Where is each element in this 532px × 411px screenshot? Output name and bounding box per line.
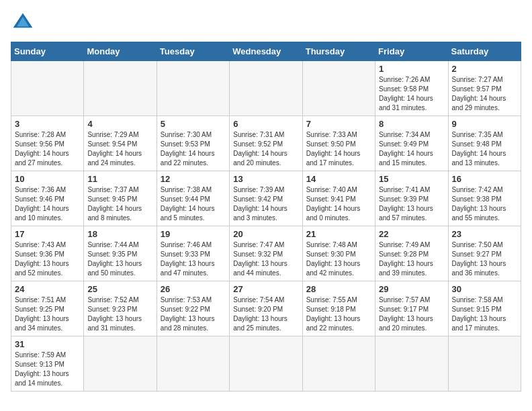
- day-number: 29: [379, 284, 444, 294]
- calendar-cell: 12Sunrise: 7:38 AM Sunset: 9:44 PM Dayli…: [157, 171, 229, 226]
- calendar-cell: 30Sunrise: 7:58 AM Sunset: 9:15 PM Dayli…: [448, 281, 521, 336]
- calendar-cell: [375, 336, 448, 392]
- day-info: Sunrise: 7:26 AM Sunset: 9:58 PM Dayligh…: [379, 75, 444, 113]
- calendar-cell: 2Sunrise: 7:27 AM Sunset: 9:57 PM Daylig…: [448, 61, 521, 116]
- calendar-cell: 15Sunrise: 7:41 AM Sunset: 9:39 PM Dayli…: [375, 171, 448, 226]
- calendar-cell: [230, 61, 302, 116]
- day-info: Sunrise: 7:29 AM Sunset: 9:54 PM Dayligh…: [87, 130, 152, 168]
- day-info: Sunrise: 7:48 AM Sunset: 9:30 PM Dayligh…: [306, 240, 371, 278]
- day-info: Sunrise: 7:46 AM Sunset: 9:33 PM Dayligh…: [161, 240, 226, 278]
- calendar-cell: 5Sunrise: 7:30 AM Sunset: 9:53 PM Daylig…: [157, 116, 229, 171]
- calendar-cell: 3Sunrise: 7:28 AM Sunset: 9:56 PM Daylig…: [11, 116, 84, 171]
- calendar-cell: 18Sunrise: 7:44 AM Sunset: 9:35 PM Dayli…: [84, 226, 157, 281]
- calendar-cell: 11Sunrise: 7:37 AM Sunset: 9:45 PM Dayli…: [84, 171, 157, 226]
- day-info: Sunrise: 7:58 AM Sunset: 9:15 PM Dayligh…: [452, 295, 517, 333]
- day-info: Sunrise: 7:37 AM Sunset: 9:45 PM Dayligh…: [87, 185, 152, 223]
- day-number: 19: [161, 229, 226, 239]
- weekday-header: Tuesday: [157, 42, 229, 61]
- day-info: Sunrise: 7:47 AM Sunset: 9:32 PM Dayligh…: [233, 240, 298, 278]
- day-info: Sunrise: 7:49 AM Sunset: 9:28 PM Dayligh…: [379, 240, 444, 278]
- calendar-week-row: 24Sunrise: 7:51 AM Sunset: 9:25 PM Dayli…: [11, 281, 521, 336]
- calendar-week-row: 3Sunrise: 7:28 AM Sunset: 9:56 PM Daylig…: [11, 116, 521, 171]
- day-number: 11: [87, 174, 152, 184]
- day-info: Sunrise: 7:39 AM Sunset: 9:42 PM Dayligh…: [233, 185, 298, 223]
- calendar-cell: [157, 336, 229, 392]
- day-info: Sunrise: 7:42 AM Sunset: 9:38 PM Dayligh…: [452, 185, 517, 223]
- day-info: Sunrise: 7:40 AM Sunset: 9:41 PM Dayligh…: [306, 185, 371, 223]
- calendar-cell: [11, 61, 84, 116]
- calendar-cell: 14Sunrise: 7:40 AM Sunset: 9:41 PM Dayli…: [302, 171, 375, 226]
- day-info: Sunrise: 7:54 AM Sunset: 9:20 PM Dayligh…: [233, 295, 298, 333]
- day-number: 21: [306, 229, 371, 239]
- weekday-header: Monday: [84, 42, 157, 61]
- day-info: Sunrise: 7:34 AM Sunset: 9:49 PM Dayligh…: [379, 130, 444, 168]
- day-info: Sunrise: 7:31 AM Sunset: 9:52 PM Dayligh…: [233, 130, 298, 168]
- day-number: 24: [15, 284, 80, 294]
- day-number: 31: [15, 339, 80, 349]
- logo-icon: [11, 11, 35, 35]
- calendar-cell: 8Sunrise: 7:34 AM Sunset: 9:49 PM Daylig…: [375, 116, 448, 171]
- calendar-cell: 10Sunrise: 7:36 AM Sunset: 9:46 PM Dayli…: [11, 171, 84, 226]
- day-info: Sunrise: 7:27 AM Sunset: 9:57 PM Dayligh…: [452, 75, 517, 113]
- day-info: Sunrise: 7:33 AM Sunset: 9:50 PM Dayligh…: [306, 130, 371, 168]
- calendar-cell: [84, 61, 157, 116]
- calendar-table: SundayMondayTuesdayWednesdayThursdayFrid…: [11, 42, 521, 392]
- day-number: 20: [233, 229, 298, 239]
- day-number: 9: [452, 119, 517, 129]
- day-number: 25: [87, 284, 152, 294]
- calendar-cell: 29Sunrise: 7:57 AM Sunset: 9:17 PM Dayli…: [375, 281, 448, 336]
- weekday-header-row: SundayMondayTuesdayWednesdayThursdayFrid…: [11, 42, 521, 61]
- day-number: 30: [452, 284, 517, 294]
- day-number: 1: [379, 64, 444, 74]
- calendar-cell: 28Sunrise: 7:55 AM Sunset: 9:18 PM Dayli…: [302, 281, 375, 336]
- day-number: 13: [233, 174, 298, 184]
- calendar-cell: 13Sunrise: 7:39 AM Sunset: 9:42 PM Dayli…: [230, 171, 302, 226]
- calendar-cell: 24Sunrise: 7:51 AM Sunset: 9:25 PM Dayli…: [11, 281, 84, 336]
- day-info: Sunrise: 7:50 AM Sunset: 9:27 PM Dayligh…: [452, 240, 517, 278]
- day-info: Sunrise: 7:38 AM Sunset: 9:44 PM Dayligh…: [161, 185, 226, 223]
- day-info: Sunrise: 7:44 AM Sunset: 9:35 PM Dayligh…: [87, 240, 152, 278]
- day-info: Sunrise: 7:53 AM Sunset: 9:22 PM Dayligh…: [161, 295, 226, 333]
- calendar-cell: 20Sunrise: 7:47 AM Sunset: 9:32 PM Dayli…: [230, 226, 302, 281]
- day-number: 16: [452, 174, 517, 184]
- calendar-cell: 17Sunrise: 7:43 AM Sunset: 9:36 PM Dayli…: [11, 226, 84, 281]
- day-number: 28: [306, 284, 371, 294]
- day-number: 7: [306, 119, 371, 129]
- day-info: Sunrise: 7:41 AM Sunset: 9:39 PM Dayligh…: [379, 185, 444, 223]
- day-info: Sunrise: 7:43 AM Sunset: 9:36 PM Dayligh…: [15, 240, 80, 278]
- day-number: 10: [15, 174, 80, 184]
- day-info: Sunrise: 7:36 AM Sunset: 9:46 PM Dayligh…: [15, 185, 80, 223]
- calendar-cell: 23Sunrise: 7:50 AM Sunset: 9:27 PM Dayli…: [448, 226, 521, 281]
- day-info: Sunrise: 7:55 AM Sunset: 9:18 PM Dayligh…: [306, 295, 371, 333]
- day-info: Sunrise: 7:52 AM Sunset: 9:23 PM Dayligh…: [87, 295, 152, 333]
- calendar-cell: [84, 336, 157, 392]
- day-number: 17: [15, 229, 80, 239]
- calendar-cell: 22Sunrise: 7:49 AM Sunset: 9:28 PM Dayli…: [375, 226, 448, 281]
- day-info: Sunrise: 7:35 AM Sunset: 9:48 PM Dayligh…: [452, 130, 517, 168]
- day-number: 26: [161, 284, 226, 294]
- page-header: [11, 11, 521, 35]
- calendar-cell: 6Sunrise: 7:31 AM Sunset: 9:52 PM Daylig…: [230, 116, 302, 171]
- day-number: 4: [87, 119, 152, 129]
- day-number: 12: [161, 174, 226, 184]
- calendar-cell: 1Sunrise: 7:26 AM Sunset: 9:58 PM Daylig…: [375, 61, 448, 116]
- calendar-week-row: 1Sunrise: 7:26 AM Sunset: 9:58 PM Daylig…: [11, 61, 521, 116]
- calendar-cell: [157, 61, 229, 116]
- day-info: Sunrise: 7:57 AM Sunset: 9:17 PM Dayligh…: [379, 295, 444, 333]
- day-info: Sunrise: 7:59 AM Sunset: 9:13 PM Dayligh…: [15, 351, 80, 388]
- day-number: 8: [379, 119, 444, 129]
- day-info: Sunrise: 7:28 AM Sunset: 9:56 PM Dayligh…: [15, 130, 80, 168]
- calendar-cell: 4Sunrise: 7:29 AM Sunset: 9:54 PM Daylig…: [84, 116, 157, 171]
- weekday-header: Saturday: [448, 42, 521, 61]
- calendar-cell: [448, 336, 521, 392]
- weekday-header: Sunday: [11, 42, 84, 61]
- logo: [11, 11, 38, 35]
- calendar-week-row: 10Sunrise: 7:36 AM Sunset: 9:46 PM Dayli…: [11, 171, 521, 226]
- calendar-cell: 31Sunrise: 7:59 AM Sunset: 9:13 PM Dayli…: [11, 336, 84, 392]
- calendar-cell: 9Sunrise: 7:35 AM Sunset: 9:48 PM Daylig…: [448, 116, 521, 171]
- calendar-cell: 26Sunrise: 7:53 AM Sunset: 9:22 PM Dayli…: [157, 281, 229, 336]
- calendar-cell: [302, 61, 375, 116]
- calendar-cell: [302, 336, 375, 392]
- calendar-cell: 7Sunrise: 7:33 AM Sunset: 9:50 PM Daylig…: [302, 116, 375, 171]
- day-number: 27: [233, 284, 298, 294]
